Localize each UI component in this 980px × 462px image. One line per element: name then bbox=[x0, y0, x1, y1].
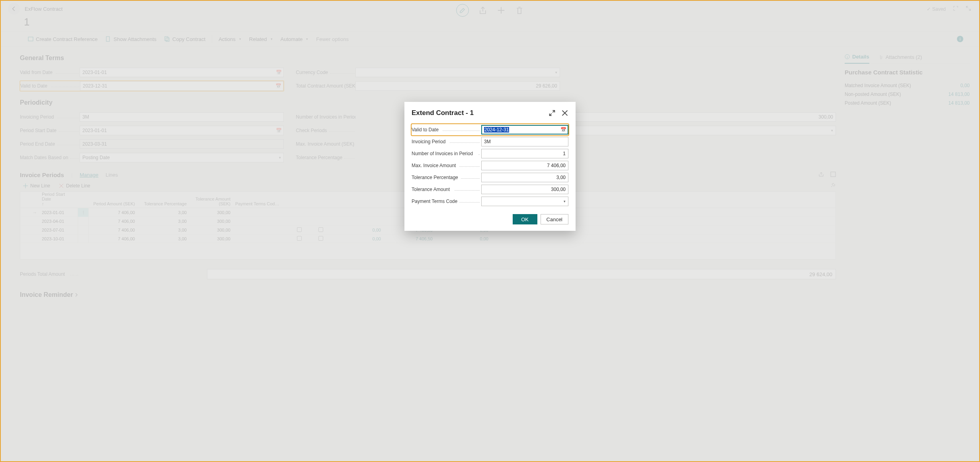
calendar-icon[interactable]: 📅 bbox=[560, 127, 566, 133]
dlg-valid-to-field[interactable]: 2024-12-31📅 bbox=[481, 125, 568, 135]
dlg-max-invoice-label: Max. Invoice Amount bbox=[412, 163, 481, 168]
dlg-num-invoices-label: Number of Invoices in Period bbox=[412, 151, 481, 156]
dlg-valid-to-label: Valid to Date bbox=[412, 127, 481, 133]
extend-contract-dialog: Extend Contract - 1 Valid to Date 2024-1… bbox=[404, 102, 576, 231]
dlg-max-invoice-field[interactable]: 7 406,00 bbox=[481, 161, 568, 170]
dlg-payment-terms-label: Payment Terms Code bbox=[412, 199, 481, 204]
dlg-tol-pct-label: Tolerance Percentage bbox=[412, 175, 481, 180]
dlg-tol-pct-field[interactable]: 3,00 bbox=[481, 173, 568, 182]
expand-dialog-icon[interactable] bbox=[549, 109, 556, 117]
dlg-tol-amt-label: Tolerance Amount bbox=[412, 187, 481, 192]
dlg-invoicing-period-field[interactable]: 3M bbox=[481, 137, 568, 146]
dlg-payment-terms-field[interactable]: ▾ bbox=[481, 197, 568, 206]
dlg-num-invoices-field[interactable]: 1 bbox=[481, 149, 568, 158]
close-dialog-icon[interactable] bbox=[561, 109, 568, 117]
cancel-button[interactable]: Cancel bbox=[541, 214, 568, 224]
ok-button[interactable]: OK bbox=[513, 214, 537, 224]
dlg-tol-amt-field[interactable]: 300,00 bbox=[481, 185, 568, 194]
dlg-invoicing-period-label: Invoicing Period bbox=[412, 139, 481, 144]
dialog-title: Extend Contract - 1 bbox=[412, 109, 474, 117]
